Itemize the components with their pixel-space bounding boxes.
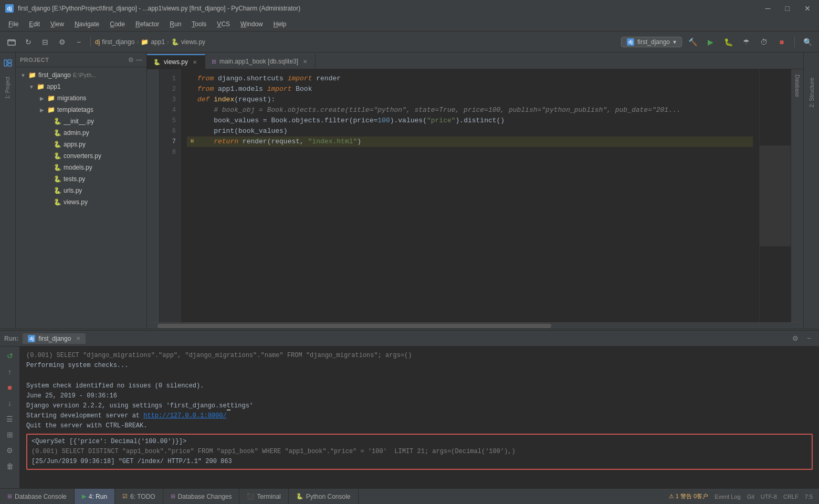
output-line-7: Quit the server with CTRL-BREAK. bbox=[26, 421, 813, 431]
tab-terminal[interactable]: ⬛ Terminal bbox=[239, 489, 288, 504]
status-git: Git bbox=[747, 494, 754, 500]
run-panel-settings-btn[interactable]: ⚙ bbox=[790, 333, 801, 344]
toolbar-settings-btn[interactable]: ⚙ bbox=[55, 35, 69, 49]
breadcrumb-app1[interactable]: 📁 app1 bbox=[141, 38, 165, 46]
code-line-8 bbox=[187, 147, 753, 158]
line-num-1: 1 bbox=[160, 74, 180, 84]
toolbar-refresh-btn[interactable]: ↻ bbox=[21, 35, 36, 49]
run-coverage-btn[interactable]: ☂ bbox=[739, 35, 753, 49]
svg-rect-1 bbox=[4, 60, 7, 66]
right-db-panel[interactable]: Database bbox=[791, 69, 803, 322]
run-filter-btn[interactable]: ☰ bbox=[4, 413, 16, 425]
tab-database-changes[interactable]: ⊞ Database Changes bbox=[163, 489, 240, 504]
menu-refactor[interactable]: Refactor bbox=[131, 19, 163, 29]
tab-icon-run: ▶ bbox=[82, 493, 86, 500]
server-link[interactable]: http://127.0.0.1:8000/ bbox=[143, 412, 226, 419]
run-restart-btn[interactable]: ↺ bbox=[4, 350, 16, 362]
menu-vcs[interactable]: VCS bbox=[213, 19, 234, 29]
run-profile-btn[interactable]: ⏱ bbox=[757, 35, 771, 49]
tree-item-models[interactable]: 🐍 models.py bbox=[16, 162, 146, 173]
run-stop-btn[interactable]: ■ bbox=[774, 35, 789, 49]
run-config-icon: dj bbox=[627, 38, 634, 46]
tree-item-converters[interactable]: 🐍 converters.py bbox=[16, 150, 146, 162]
menu-navigate[interactable]: Navigate bbox=[70, 19, 103, 29]
tree-item-app1[interactable]: ▼ 📁 app1 bbox=[16, 81, 146, 92]
kw-from-1: from bbox=[197, 74, 218, 84]
run-config-selector[interactable]: dj first_django ▾ bbox=[621, 37, 682, 47]
tab-label-db-console: Database Console bbox=[15, 493, 67, 500]
minimap-viewport bbox=[760, 145, 791, 247]
run-run-btn[interactable]: ▶ bbox=[703, 35, 718, 49]
tab-views-py[interactable]: 🐍 views.py ✕ bbox=[147, 54, 205, 69]
run-panel-collapse-btn[interactable]: − bbox=[803, 333, 815, 344]
search-everywhere-btn[interactable]: 🔍 bbox=[800, 35, 815, 49]
tree-item-tests[interactable]: 🐍 tests.py bbox=[16, 173, 146, 185]
menu-run[interactable]: Run bbox=[165, 19, 185, 29]
menu-help[interactable]: Help bbox=[269, 19, 291, 29]
run-tab-main[interactable]: dj first_django ✕ bbox=[23, 333, 86, 344]
run-pin-btn[interactable]: ⊞ bbox=[4, 428, 16, 441]
tree-item-migrations[interactable]: ▶ 📁 migrations bbox=[16, 92, 146, 104]
tree-item-admin[interactable]: 🐍 admin.py bbox=[16, 127, 146, 139]
run-panel-body: ↺ ↑ ■ ↓ ☰ ⊞ ⚙ 🗑 (0.001) SELECT "django_m… bbox=[0, 346, 819, 488]
panel-action-collapse[interactable]: — bbox=[136, 56, 142, 64]
project-panel-toggle[interactable] bbox=[2, 57, 14, 69]
close-button[interactable]: ✕ bbox=[801, 3, 814, 14]
run-tab-close[interactable]: ✕ bbox=[76, 335, 80, 341]
run-settings-btn[interactable]: ⚙ bbox=[4, 444, 16, 457]
code-scrollbar[interactable] bbox=[147, 322, 803, 329]
tree-item-views[interactable]: 🐍 views.py bbox=[16, 196, 146, 208]
tab-db-sqlite3[interactable]: ⊞ main.app1_book [db.sqlite3] ✕ bbox=[205, 54, 316, 69]
tab-todo[interactable]: ☑ 6: TODO bbox=[115, 489, 163, 504]
minimize-button[interactable]: ─ bbox=[762, 3, 774, 14]
run-debug-btn[interactable]: 🐛 bbox=[721, 35, 736, 49]
tab-close-views[interactable]: ✕ bbox=[191, 59, 198, 66]
tab-close-db[interactable]: ✕ bbox=[301, 58, 309, 65]
tree-item-init[interactable]: 🐍 __init__.py bbox=[16, 116, 146, 127]
tab-database-console[interactable]: ⊞ Database Console bbox=[0, 489, 75, 504]
expand-arrow-migrations: ▶ bbox=[39, 96, 45, 101]
line-num-6: 6 bbox=[160, 126, 180, 136]
run-clear-btn[interactable]: 🗑 bbox=[4, 460, 16, 472]
tab-run[interactable]: ▶ 4: Run bbox=[75, 489, 115, 504]
run-stop-btn-panel[interactable]: ■ bbox=[4, 381, 16, 394]
expand-arrow-templatetags: ▶ bbox=[39, 107, 45, 113]
breadcrumb-sep-2: › bbox=[167, 38, 169, 46]
breadcrumb-views[interactable]: 🐍 views.py bbox=[171, 38, 205, 46]
code-editor[interactable]: from django.shortcuts import render from… bbox=[181, 69, 759, 322]
breadcrumb-root[interactable]: dj first_django bbox=[95, 38, 134, 46]
punc-eq: = bbox=[259, 116, 271, 126]
panel-action-gear[interactable]: ⚙ bbox=[128, 56, 134, 64]
menu-edit[interactable]: Edit bbox=[25, 19, 44, 29]
maximize-button[interactable]: □ bbox=[782, 3, 793, 14]
editor-area: 🐍 views.py ✕ ⊞ main.app1_book [db.sqlite… bbox=[147, 52, 803, 329]
menu-tools[interactable]: Tools bbox=[187, 19, 211, 29]
run-scroll-down-btn[interactable]: ↓ bbox=[4, 397, 16, 410]
toolbar-collapse-btn[interactable]: ⊟ bbox=[38, 35, 52, 49]
run-build-btn[interactable]: 🔨 bbox=[685, 35, 700, 49]
run-scroll-up-btn[interactable]: ↑ bbox=[4, 365, 16, 378]
menu-view[interactable]: View bbox=[46, 19, 68, 29]
run-tab-icon: dj bbox=[28, 335, 35, 342]
toolbar-folder-btn[interactable] bbox=[4, 35, 19, 49]
status-encoding: UTF-8 bbox=[761, 494, 777, 500]
tree-view: ▼ 📁 first_django E:\Pyth... ▼ 📁 app1 ▶ 📁… bbox=[16, 67, 146, 329]
project-panel-header: PROJECT ⚙ — bbox=[16, 52, 146, 67]
tab-python-console[interactable]: 🐍 Python Console bbox=[289, 489, 359, 504]
scroll-thumb[interactable] bbox=[158, 324, 551, 328]
tree-item-urls[interactable]: 🐍 urls.py bbox=[16, 185, 146, 196]
tree-label-tests: tests.py bbox=[64, 175, 85, 183]
tree-item-root[interactable]: ▼ 📁 first_django E:\Pyth... bbox=[16, 69, 146, 81]
menu-window[interactable]: Window bbox=[236, 19, 267, 29]
menu-file[interactable]: File bbox=[4, 19, 23, 29]
toolbar-minus-btn[interactable]: − bbox=[71, 35, 86, 49]
py-icon-init: 🐍 bbox=[54, 118, 61, 125]
tree-item-apps[interactable]: 🐍 apps.py bbox=[16, 139, 146, 150]
output-queryset: <QuerySet [{'price': Decimal('100.00')}]… bbox=[32, 437, 807, 447]
tree-item-templatetags[interactable]: ▶ 📁 templatetags bbox=[16, 104, 146, 116]
cls-book-2: Book bbox=[271, 116, 287, 126]
tree-label-admin: admin.py bbox=[64, 129, 89, 136]
structure-label[interactable]: 2: Structure bbox=[806, 74, 817, 112]
menu-code[interactable]: Code bbox=[106, 19, 129, 29]
main-toolbar: ↻ ⊟ ⚙ − dj first_django › 📁 app1 › 🐍 vie… bbox=[0, 32, 819, 52]
